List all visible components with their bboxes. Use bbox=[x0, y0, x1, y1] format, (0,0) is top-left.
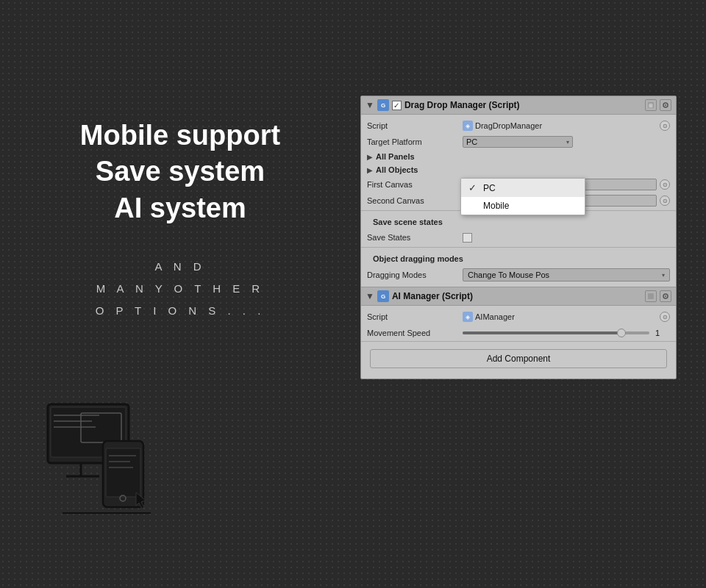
second-canvas-select-icon[interactable]: ⊙ bbox=[660, 196, 670, 206]
select-arrow-icon: ▾ bbox=[566, 139, 569, 146]
ai-settings-button[interactable] bbox=[660, 290, 671, 302]
target-platform-label: Target Platform bbox=[367, 137, 463, 146]
settings-button[interactable] bbox=[660, 99, 671, 111]
header-actions: ⊞ bbox=[645, 99, 671, 111]
slider-fill bbox=[463, 331, 621, 334]
component-title: Drag Drop Manager (Script) bbox=[404, 100, 642, 110]
dragging-modes-select[interactable]: Change To Mouse Pos ▾ bbox=[463, 268, 670, 282]
second-canvas-label: Second Canvas bbox=[367, 196, 463, 205]
object-dragging-label: Object dragging modes bbox=[367, 251, 469, 264]
svg-text:⊞: ⊞ bbox=[649, 103, 653, 108]
all-objects-label: All Objects bbox=[376, 165, 418, 174]
target-platform-row: Target Platform PC ▾ bbox=[361, 134, 676, 150]
script-file-icon: ◈ bbox=[463, 121, 473, 131]
save-states-row: Save States bbox=[361, 229, 676, 245]
movement-speed-slider[interactable]: 1 bbox=[463, 329, 670, 337]
panels-caret-icon: ▶ bbox=[367, 153, 373, 161]
object-dragging-section: Object dragging modes bbox=[361, 249, 676, 266]
svg-point-21 bbox=[665, 104, 666, 106]
drag-drop-manager-header[interactable]: ▼ G Drag Drop Manager (Script) ⊞ bbox=[361, 96, 676, 115]
ai-component-icon: G bbox=[377, 290, 389, 302]
movement-speed-value: 1 bbox=[655, 329, 670, 337]
all-panels-row[interactable]: ▶ All Panels bbox=[361, 150, 676, 163]
title-line2: Save system bbox=[96, 156, 265, 187]
info-button[interactable]: ⊞ bbox=[645, 99, 657, 111]
collapse-arrow[interactable]: ▼ bbox=[366, 100, 374, 110]
svg-text:G: G bbox=[381, 293, 385, 300]
dragging-modes-value: Change To Mouse Pos bbox=[468, 270, 549, 279]
svg-text:G: G bbox=[381, 102, 385, 109]
component-icon: G bbox=[377, 99, 389, 111]
device-icon bbox=[40, 397, 158, 529]
script-label: Script bbox=[367, 121, 463, 130]
target-platform-select[interactable]: PC ▾ bbox=[463, 136, 573, 148]
ai-header-actions bbox=[645, 290, 671, 302]
ai-script-row: Script ◈ AIManager ⊙ bbox=[361, 309, 676, 325]
ai-script-value: AIManager bbox=[475, 312, 657, 321]
add-component-button[interactable]: Add Component bbox=[370, 349, 667, 368]
main-title: Mobile support Save system AI system bbox=[44, 118, 316, 226]
save-states-label: Save States bbox=[367, 233, 463, 242]
dropdown-item-mobile[interactable]: Mobile bbox=[461, 197, 585, 215]
ai-manager-body: Script ◈ AIManager ⊙ Movement Speed 1 Ad… bbox=[361, 306, 676, 379]
dropdown-item-pc[interactable]: ✓ PC bbox=[461, 179, 585, 197]
divider-2 bbox=[361, 247, 676, 248]
save-scene-label: Save scene states bbox=[367, 215, 449, 227]
svg-rect-24 bbox=[648, 293, 654, 299]
movement-speed-row: Movement Speed 1 bbox=[361, 325, 676, 341]
ai-info-button[interactable] bbox=[645, 290, 657, 302]
movement-speed-label: Movement Speed bbox=[367, 329, 463, 337]
ai-component-title: AI Manager (Script) bbox=[392, 291, 642, 301]
inspector-panel: ▼ G Drag Drop Manager (Script) ⊞ bbox=[360, 96, 677, 379]
first-canvas-label: First Canvas bbox=[367, 180, 463, 189]
subtitle: A N D M A N Y O T H E R O P T I O N S . … bbox=[44, 256, 316, 322]
slider-thumb[interactable] bbox=[617, 329, 626, 337]
title-line1: Mobile support bbox=[80, 120, 280, 151]
add-component-row: Add Component bbox=[361, 341, 676, 376]
ai-manager-header[interactable]: ▼ G AI Manager (Script) bbox=[361, 287, 676, 306]
ai-script-select-icon[interactable]: ⊙ bbox=[660, 312, 670, 322]
subtitle-line1: A N D bbox=[154, 260, 205, 273]
save-states-checkbox[interactable] bbox=[463, 233, 472, 243]
drag-drop-manager-body: Script ◈ DragDropManager ⊙ Target Platfo… bbox=[361, 115, 676, 287]
title-line3: AI system bbox=[114, 193, 246, 223]
script-row: Script ◈ DragDropManager ⊙ bbox=[361, 118, 676, 134]
platform-dropdown: ✓ PC Mobile bbox=[460, 178, 585, 215]
script-select-icon[interactable]: ⊙ bbox=[660, 121, 670, 131]
first-canvas-select-icon[interactable]: ⊙ bbox=[660, 179, 670, 190]
ai-script-file-icon: ◈ bbox=[463, 312, 473, 322]
dragging-modes-row: Dragging Modes Change To Mouse Pos ▾ bbox=[361, 266, 676, 284]
subtitle-line2: M A N Y O T H E R bbox=[96, 282, 264, 295]
ai-collapse-arrow[interactable]: ▼ bbox=[366, 291, 374, 301]
svg-point-26 bbox=[665, 295, 666, 297]
objects-caret-icon: ▶ bbox=[367, 166, 373, 174]
pc-option-label: PC bbox=[483, 183, 496, 193]
mobile-option-label: Mobile bbox=[483, 201, 509, 211]
dragging-select-arrow-icon: ▾ bbox=[662, 272, 665, 279]
target-platform-value: PC bbox=[466, 137, 477, 146]
enable-checkbox[interactable] bbox=[392, 101, 402, 110]
all-panels-label: All Panels bbox=[376, 152, 415, 161]
all-objects-row[interactable]: ▶ All Objects bbox=[361, 163, 676, 176]
slider-track[interactable] bbox=[463, 331, 649, 334]
script-value: DragDropManager bbox=[475, 121, 657, 130]
check-icon: ✓ bbox=[468, 182, 479, 193]
dragging-modes-label: Dragging Modes bbox=[367, 270, 463, 279]
ai-script-label: Script bbox=[367, 312, 463, 321]
left-panel: Mobile support Save system AI system A N… bbox=[44, 118, 316, 322]
subtitle-line3: O P T I O N S . . . bbox=[96, 304, 265, 317]
